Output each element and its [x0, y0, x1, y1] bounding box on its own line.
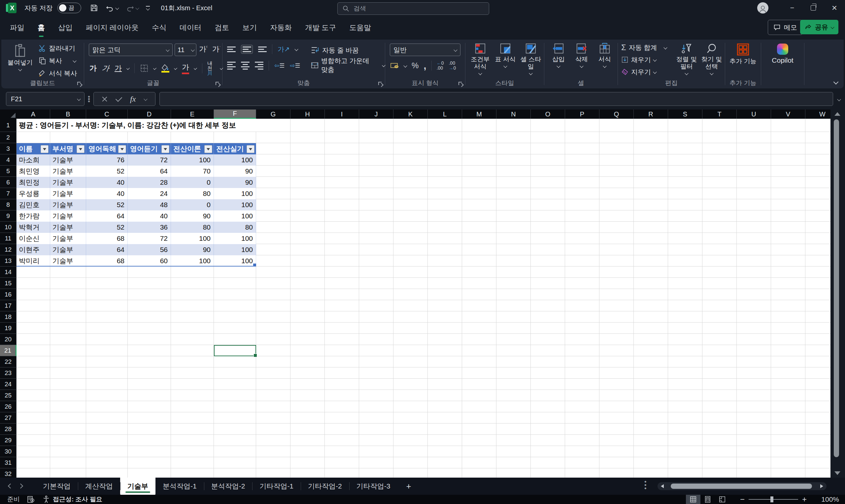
excel-app-icon[interactable]: X [6, 3, 17, 13]
row-header-22[interactable]: 22 [0, 356, 17, 367]
table-cell[interactable]: 박미리 [17, 255, 50, 267]
find-select-button[interactable]: 찾기 및 선택 [699, 43, 724, 74]
ribbon-tab-6[interactable]: 데이터 [173, 16, 208, 40]
ribbon-tab-2[interactable]: 홈 [31, 16, 52, 40]
accounting-format-menu[interactable] [403, 64, 407, 68]
table-cell[interactable]: 기술부 [50, 233, 86, 244]
format-painter-button[interactable]: 서식 복사 [38, 68, 77, 78]
zoom-out-button[interactable]: − [736, 495, 749, 504]
zoom-level[interactable]: 100% [811, 496, 839, 503]
comma-style-button[interactable]: , [423, 64, 426, 68]
row-header-13[interactable]: 13 [0, 255, 17, 267]
table-cell[interactable]: 52 [86, 222, 128, 233]
column-header-D[interactable]: D [128, 109, 171, 119]
delete-cells-button[interactable]: 삭제 [570, 43, 593, 67]
align-left-button[interactable] [227, 62, 236, 70]
table-cell[interactable]: 이현주 [17, 244, 50, 255]
table-cell[interactable]: 56 [128, 244, 171, 255]
row-header-1[interactable]: 1 [0, 119, 17, 132]
table-cell[interactable]: 100 [171, 155, 214, 166]
table-cell[interactable]: 64 [128, 166, 171, 177]
row-header-6[interactable]: 6 [0, 177, 17, 188]
table-cell[interactable]: 100 [214, 244, 256, 255]
account-avatar[interactable] [757, 2, 769, 14]
decrease-font-size-button[interactable]: 가ˈ [212, 44, 221, 54]
percent-style-button[interactable]: % [411, 61, 419, 70]
sheet-tab-4[interactable]: 분석작업-1 [156, 478, 204, 495]
table-cell[interactable]: 64 [86, 211, 128, 222]
table-cell[interactable]: 김민호 [17, 199, 50, 211]
column-header-G[interactable]: G [256, 109, 291, 119]
column-header-Q[interactable]: Q [599, 109, 634, 119]
table-cell[interactable]: 100 [171, 255, 214, 267]
table-cell[interactable]: 기술부 [50, 188, 86, 199]
row-header-28[interactable]: 28 [0, 424, 17, 435]
row-header-29[interactable]: 29 [0, 435, 17, 446]
new-sheet-button[interactable]: + [406, 481, 411, 491]
table-cell[interactable]: 박혁거 [17, 222, 50, 233]
row-header-18[interactable]: 18 [0, 311, 17, 323]
insert-function-icon[interactable]: fx [130, 95, 136, 104]
paste-button[interactable]: 붙여넣기 [6, 43, 34, 71]
row-header-31[interactable]: 31 [0, 457, 17, 468]
normal-view-button[interactable] [686, 495, 700, 504]
prev-sheet-button[interactable] [8, 483, 12, 489]
table-cell[interactable]: 기술부 [50, 166, 86, 177]
zoom-slider-thumb[interactable] [770, 497, 773, 502]
table-cell[interactable]: 24 [128, 188, 171, 199]
decrease-decimal-button[interactable]: .00→0 [448, 61, 456, 71]
table-cell[interactable]: 52 [86, 166, 128, 177]
number-format-select[interactable]: 일반 [390, 43, 460, 56]
close-button[interactable]: × [824, 0, 845, 16]
table-cell[interactable]: 60 [128, 255, 171, 267]
insert-cells-button[interactable]: 삽입 [547, 43, 570, 67]
table-cell[interactable]: 100 [171, 233, 214, 244]
column-header-R[interactable]: R [634, 109, 668, 119]
sheet-tab-3[interactable]: 기술부 [120, 478, 156, 495]
italic-button[interactable]: 가 [101, 63, 110, 73]
top-align-button[interactable] [227, 47, 236, 52]
table-cell[interactable]: 68 [86, 255, 128, 267]
cancel-formula-icon[interactable] [102, 96, 107, 102]
table-cell[interactable]: 우성룡 [17, 188, 50, 199]
ribbon-tab-9[interactable]: 자동화 [263, 16, 298, 40]
comments-button[interactable]: 메모 [768, 20, 803, 35]
restore-button[interactable] [803, 0, 824, 16]
vertical-scrollbar[interactable] [830, 109, 845, 478]
row-header-5[interactable]: 5 [0, 166, 17, 177]
table-cell[interactable]: 기술부 [50, 211, 86, 222]
copilot-button[interactable]: Copilot [767, 43, 798, 64]
sheet-tab-1[interactable]: 기본작업 [36, 478, 78, 495]
fill-color-button[interactable] [161, 64, 169, 73]
row-header-20[interactable]: 20 [0, 334, 17, 345]
column-header-I[interactable]: I [325, 109, 359, 119]
font-dialog-launcher[interactable] [215, 82, 220, 86]
underline-menu[interactable] [126, 66, 130, 70]
merge-center-button[interactable]: 병합하고 가운데 맞춤 [311, 60, 385, 71]
table-cell[interactable]: 90 [171, 211, 214, 222]
column-header-B[interactable]: B [50, 109, 86, 119]
bottom-align-button[interactable] [258, 47, 267, 52]
redo-button[interactable] [126, 4, 139, 12]
table-cell[interactable]: 80 [171, 188, 214, 199]
column-header-T[interactable]: T [702, 109, 737, 119]
table-cell[interactable]: 28 [128, 177, 171, 188]
increase-font-size-button[interactable]: 가ˁ [199, 44, 208, 54]
zoom-in-button[interactable]: + [798, 495, 811, 504]
clipboard-dialog-launcher[interactable] [77, 82, 82, 86]
vertical-scroll-thumb[interactable] [834, 120, 839, 457]
column-header-P[interactable]: P [565, 109, 599, 119]
accessibility-status[interactable]: 접근성: 조사 필요 [42, 495, 102, 504]
row-header-15[interactable]: 15 [0, 278, 17, 289]
filter-dropdown-icon[interactable] [204, 145, 212, 153]
table-cell[interactable]: 100 [214, 233, 256, 244]
alignment-dialog-launcher[interactable] [378, 82, 383, 86]
table-resize-handle[interactable] [253, 264, 256, 267]
table-cell[interactable]: 72 [128, 233, 171, 244]
table-cell[interactable]: 기술부 [50, 255, 86, 267]
format-cells-button[interactable]: 서식 [593, 43, 616, 67]
row-header-16[interactable]: 16 [0, 289, 17, 300]
table-cell[interactable]: 40 [128, 211, 171, 222]
clear-button[interactable]: 지우기 [621, 67, 667, 77]
autosave-toggle[interactable]: 끔 [57, 3, 81, 13]
